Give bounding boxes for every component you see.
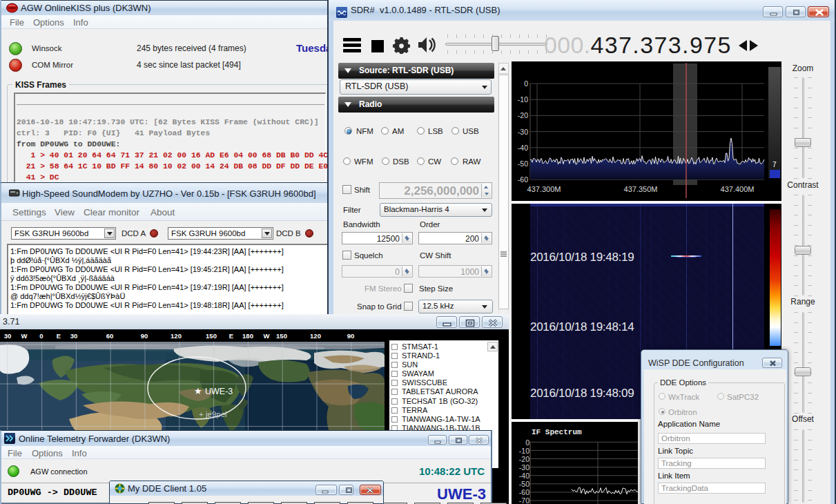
svg-text:7: 7 (772, 161, 777, 168)
